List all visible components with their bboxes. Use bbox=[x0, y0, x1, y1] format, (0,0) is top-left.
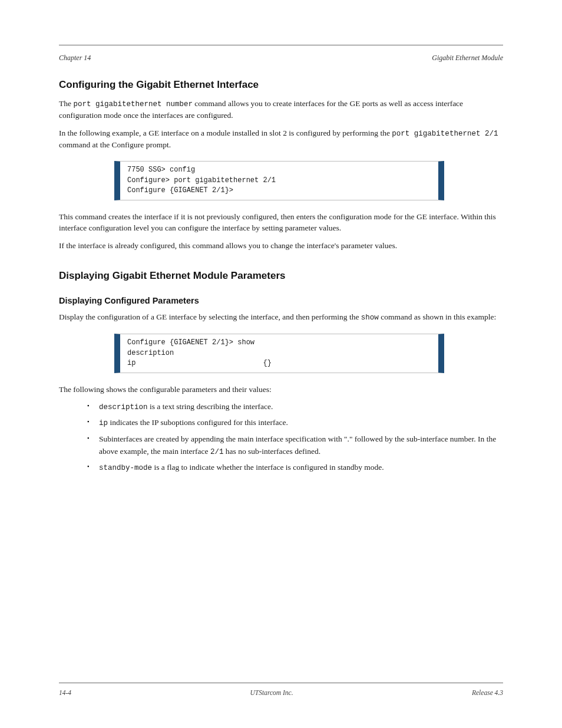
para-intro-3: This command creates the interface if it… bbox=[59, 211, 503, 234]
spacer bbox=[59, 289, 503, 296]
bullet-ip: ip indicates the IP suboptions configure… bbox=[87, 417, 503, 429]
section-title-displaying: Displaying Gigabit Ethernet Module Param… bbox=[59, 270, 503, 282]
footer-release: Release 4.3 bbox=[472, 689, 503, 696]
footer-rule bbox=[59, 683, 503, 683]
footer-page-num: 14-4 bbox=[59, 689, 71, 696]
param-ip: ip bbox=[99, 419, 108, 427]
code-block-2-wrap: Configure {GIGAENET 2/1}> show descripti… bbox=[114, 334, 444, 373]
para-intro-2: In the following example, a GE interface… bbox=[59, 127, 503, 151]
page: Chapter 14 Gigabit Ethernet Module Confi… bbox=[0, 0, 562, 511]
bullet-standby: standby-mode is a flag to indicate wheth… bbox=[87, 462, 503, 474]
bullet-list: description is a text string describing … bbox=[87, 401, 503, 474]
para-display-2: The following shows the configurable par… bbox=[59, 384, 503, 396]
footer-company: UTStarcom Inc. bbox=[250, 689, 293, 696]
para-intro-1: The port gigabitethernet number command … bbox=[59, 98, 503, 121]
running-header: Chapter 14 Gigabit Ethernet Module bbox=[59, 54, 503, 62]
cmd-show: show bbox=[361, 314, 379, 322]
param-standby-mode: standby-mode bbox=[99, 464, 152, 472]
param-description: description bbox=[99, 403, 148, 411]
section-title-configuring: Configuring the Gigabit Ethernet Interfa… bbox=[59, 79, 503, 91]
cmd-port-ge-2-1: port gigabitethernet 2/1 bbox=[392, 130, 498, 138]
bullet-subinterfaces: Subinterfaces are created by appending t… bbox=[87, 433, 503, 458]
header-rule bbox=[59, 45, 503, 45]
cmd-port-ge-number: port gigabitethernet number bbox=[73, 100, 193, 108]
subsection-title-configured: Displaying Configured Parameters bbox=[59, 296, 503, 305]
spacer bbox=[59, 257, 503, 270]
code-block-config: 7750 SSG> config Configure> port gigabit… bbox=[114, 161, 444, 200]
footer: 14-4 UTStarcom Inc. Release 4.3 bbox=[59, 683, 503, 696]
para-display-1: Display the configuration of a GE interf… bbox=[59, 311, 503, 323]
footer-line: 14-4 UTStarcom Inc. Release 4.3 bbox=[59, 689, 503, 696]
code-block-show: Configure {GIGAENET 2/1}> show descripti… bbox=[114, 334, 444, 373]
header-left: Chapter 14 bbox=[59, 54, 91, 62]
code-block-1-wrap: 7750 SSG> config Configure> port gigabit… bbox=[114, 161, 444, 200]
bullet-description: description is a text string describing … bbox=[87, 401, 503, 413]
param-2-1: 2/1 bbox=[210, 448, 224, 456]
header-right: Gigabit Ethernet Module bbox=[432, 54, 503, 62]
para-intro-4: If the interface is already configured, … bbox=[59, 240, 503, 252]
